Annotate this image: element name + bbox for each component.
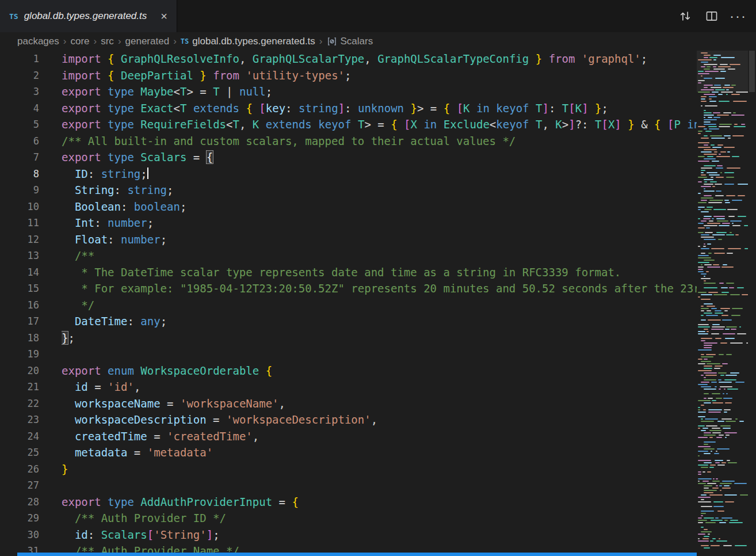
code-area[interactable]: 1import { GraphQLResolveInfo, GraphQLSca… (0, 51, 697, 553)
code-token: = (161, 397, 180, 410)
more-actions-icon[interactable]: ··· (731, 9, 746, 24)
code-line-5[interactable]: 5export type RequireFields<T, K extends … (0, 116, 697, 133)
code-line-4[interactable]: 4export type Exact<T extends { [key: str… (0, 100, 697, 117)
code-line-20[interactable]: 20export enum WorkspaceOrderable { (0, 363, 697, 379)
code-line-21[interactable]: 21 id = 'id', (0, 379, 697, 395)
line-number[interactable]: 10 (0, 199, 39, 215)
line-number[interactable]: 5 (0, 116, 39, 133)
line-number[interactable]: 13 (0, 247, 39, 264)
breadcrumb-item-packages[interactable]: packages (17, 36, 59, 47)
line-number[interactable]: 17 (0, 313, 39, 330)
line-number[interactable]: 1 (0, 51, 39, 67)
minimap-line (697, 363, 748, 364)
line-number[interactable]: 26 (0, 461, 39, 478)
line-number[interactable]: 11 (0, 215, 39, 231)
minimap-line (697, 375, 748, 376)
code-token: ; (266, 85, 272, 98)
tab-global-db-types-generated-ts[interactable]: TS global.db.types.generated.ts × (0, 0, 177, 32)
minimap-line (697, 184, 748, 185)
code-line-12[interactable]: 12 Float: number; (0, 231, 697, 248)
minimap-line (697, 200, 748, 201)
breadcrumb-item-src[interactable]: src (101, 36, 114, 47)
line-number[interactable]: 24 (0, 428, 39, 445)
code-token: , (364, 52, 377, 65)
code-line-6[interactable]: 6/** All built-in and custom scalars, ma… (0, 133, 697, 150)
minimap-line (697, 94, 748, 95)
breadcrumb-item-core[interactable]: core (70, 36, 89, 47)
line-number[interactable]: 14 (0, 264, 39, 281)
code-line-11[interactable]: 11 Int: number; (0, 215, 697, 231)
breadcrumb-item-global-db-types-generated-ts[interactable]: TSglobal.db.types.generated.ts (181, 36, 315, 47)
code-token: 'utility-types' (246, 69, 345, 82)
code-line-31[interactable]: 31 /** Auth Provider Name */ (0, 543, 697, 553)
line-number[interactable]: 4 (0, 100, 39, 117)
vertical-scrollbar-slider[interactable] (749, 51, 755, 92)
code-line-2[interactable]: 2import { DeepPartial } from 'utility-ty… (0, 67, 697, 84)
code-line-25[interactable]: 25 metadata = 'metadata' (0, 444, 697, 461)
line-number[interactable]: 9 (0, 182, 39, 199)
code-token: /** Auth Provider ID */ (62, 512, 226, 524)
line-number[interactable]: 22 (0, 395, 39, 412)
code-line-24[interactable]: 24 createdTime = 'createdTime', (0, 428, 697, 445)
line-number[interactable]: 6 (0, 133, 39, 150)
code-line-text: }; (62, 330, 697, 346)
line-number[interactable]: 19 (0, 346, 39, 363)
line-number[interactable]: 30 (0, 527, 39, 543)
vertical-scrollbar[interactable] (748, 51, 756, 556)
code-token: string (299, 102, 338, 115)
minimap-line (697, 338, 748, 339)
code-line-7[interactable]: 7export type Scalars = { (0, 149, 697, 166)
line-number[interactable]: 12 (0, 231, 39, 248)
code-line-22[interactable]: 22 workspaceName = 'workspaceName', (0, 395, 697, 412)
code-line-23[interactable]: 23 workspaceDescription = 'workspaceDesc… (0, 412, 697, 428)
code-line-14[interactable]: 14 * The DateTime scalar type represents… (0, 264, 697, 281)
line-number[interactable]: 21 (0, 379, 39, 395)
close-icon[interactable]: × (157, 9, 171, 23)
line-number[interactable]: 23 (0, 412, 39, 428)
line-number[interactable]: 29 (0, 510, 39, 527)
code-line-30[interactable]: 30 id: Scalars['String']; (0, 527, 697, 543)
code-line-18[interactable]: 18}; (0, 330, 697, 346)
code-line-19[interactable]: 19 (0, 346, 697, 363)
line-number[interactable]: 20 (0, 363, 39, 379)
code-token: */ (62, 299, 94, 311)
code-line-1[interactable]: 1import { GraphQLResolveInfo, GraphQLSca… (0, 51, 697, 67)
code-line-3[interactable]: 3export type Maybe<T> = T | null; (0, 83, 697, 100)
code-token: DateTime (75, 315, 128, 327)
code-line-28[interactable]: 28export type AddAuthProviderInput = { (0, 494, 697, 511)
code-line-27[interactable]: 27 (0, 477, 697, 494)
minimap-line (697, 227, 748, 229)
minimap-line (697, 506, 748, 507)
code-line-26[interactable]: 26} (0, 461, 697, 478)
code-line-17[interactable]: 17 DateTime: any; (0, 313, 697, 330)
code-line-29[interactable]: 29 /** Auth Provider ID */ (0, 510, 697, 527)
breadcrumb-item-scalars[interactable]: Scalars (327, 36, 373, 47)
line-number[interactable]: 25 (0, 444, 39, 461)
line-number[interactable]: 15 (0, 280, 39, 297)
code-line-13[interactable]: 13 /** (0, 247, 697, 264)
minimap-line (697, 524, 748, 525)
code-line-9[interactable]: 9 String: string; (0, 182, 697, 199)
code-token: : (108, 233, 121, 246)
code-token (62, 380, 75, 393)
minimap-line (697, 158, 748, 159)
line-number[interactable]: 27 (0, 477, 39, 494)
code-token: { (108, 52, 114, 65)
compare-changes-icon[interactable] (678, 9, 693, 24)
split-editor-icon[interactable] (704, 9, 719, 24)
line-number[interactable]: 28 (0, 494, 39, 511)
line-number[interactable]: 2 (0, 67, 39, 84)
horizontal-scrollbar[interactable] (17, 553, 697, 556)
line-number[interactable]: 18 (0, 330, 39, 346)
line-number[interactable]: 3 (0, 83, 39, 100)
code-line-15[interactable]: 15 * For example: "1985-04-12T23:20:50.5… (0, 280, 697, 297)
breadcrumb-item-generated[interactable]: generated (125, 36, 170, 47)
code-line-16[interactable]: 16 */ (0, 297, 697, 314)
line-number[interactable]: 16 (0, 297, 39, 314)
code-line-8[interactable]: 8 ID: string; (0, 166, 697, 182)
line-number[interactable]: 7 (0, 149, 39, 166)
line-number[interactable]: 8 (0, 166, 39, 182)
minimap[interactable] (697, 51, 748, 556)
code-line-10[interactable]: 10 Boolean: boolean; (0, 199, 697, 215)
line-number[interactable]: 31 (0, 543, 39, 553)
